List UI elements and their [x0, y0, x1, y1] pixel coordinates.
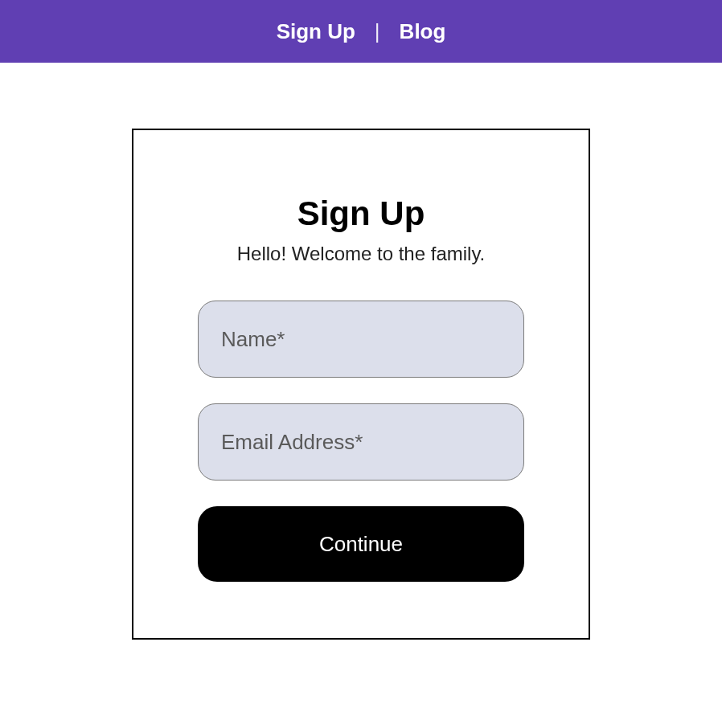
continue-button[interactable]: Continue — [198, 506, 524, 582]
signup-card: Sign Up Hello! Welcome to the family. Co… — [132, 129, 590, 640]
name-field[interactable] — [198, 301, 524, 378]
nav-signup-link[interactable]: Sign Up — [277, 19, 355, 44]
nav-blog-link[interactable]: Blog — [400, 19, 446, 44]
page-content: Sign Up Hello! Welcome to the family. Co… — [0, 63, 722, 640]
nav-divider: | — [375, 19, 380, 44]
email-field[interactable] — [198, 403, 524, 481]
page-subtitle: Hello! Welcome to the family. — [237, 243, 486, 265]
top-nav: Sign Up | Blog — [0, 0, 722, 63]
page-title: Sign Up — [297, 194, 425, 233]
